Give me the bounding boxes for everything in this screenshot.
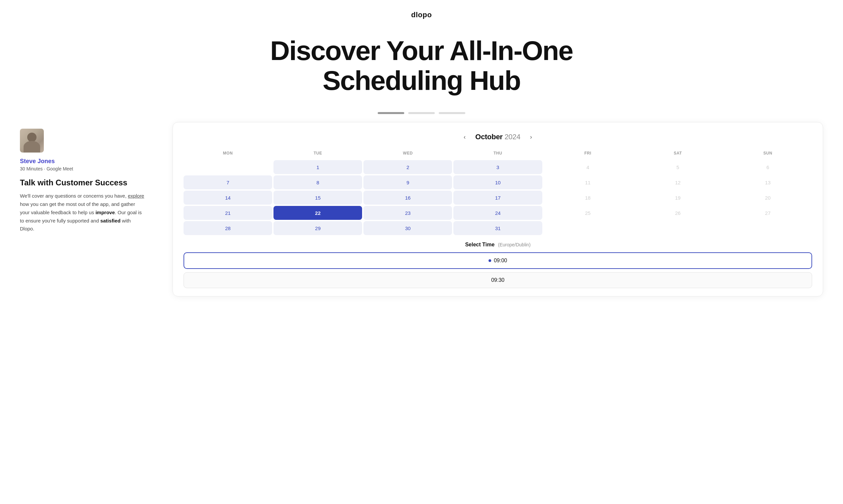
avatar xyxy=(20,129,44,152)
calendar-day[interactable]: 24 xyxy=(453,206,542,220)
calendar-day xyxy=(634,221,722,235)
calendar-day: 26 xyxy=(634,206,722,220)
day-header-thu: THU xyxy=(453,149,542,159)
calendar-day: 25 xyxy=(544,206,632,220)
calendar-day[interactable]: 28 xyxy=(184,221,272,235)
calendar-day[interactable]: 1 xyxy=(274,160,362,174)
time-slot-0900[interactable]: 09:00 xyxy=(184,252,812,269)
main-content: Steve Jones 30 Minutes · Google Meet Tal… xyxy=(0,122,843,296)
calendar-day: 19 xyxy=(634,191,722,204)
calendar-day: 20 xyxy=(724,191,812,204)
calendar-day[interactable]: 31 xyxy=(453,221,542,235)
calendar-day[interactable]: 2 xyxy=(363,160,452,174)
calendar-day[interactable]: 15 xyxy=(274,191,362,204)
calendar-grid: MON TUE WED THU FRI SAT SUN 123456789101… xyxy=(184,149,812,235)
timezone-label: (Europe/Dublin) xyxy=(498,242,531,247)
time-slot-0930[interactable]: 09:30 xyxy=(184,272,812,288)
calendar-day xyxy=(544,221,632,235)
calendar-day[interactable]: 16 xyxy=(363,191,452,204)
select-time-label: Select Time xyxy=(465,242,495,247)
day-header-tue: TUE xyxy=(274,149,362,159)
calendar-day: 13 xyxy=(724,175,812,189)
calendar-day: 11 xyxy=(544,175,632,189)
calendar-day[interactable]: 9 xyxy=(363,175,452,189)
calendar-day[interactable]: 7 xyxy=(184,175,272,189)
meeting-title: Talk with Customer Success xyxy=(20,178,146,187)
calendar-day: 5 xyxy=(634,160,722,174)
calendar-day[interactable]: 30 xyxy=(363,221,452,235)
progress-bar xyxy=(0,112,843,114)
select-time-section: Select Time (Europe/Dublin) 09:00 09:30 xyxy=(184,242,812,288)
day-header-sun: SUN xyxy=(724,149,812,159)
progress-segment-1 xyxy=(378,112,404,114)
calendar-day[interactable]: 3 xyxy=(453,160,542,174)
day-header-mon: MON xyxy=(184,149,272,159)
host-name-link[interactable]: Steve Jones xyxy=(20,158,146,165)
calendar-card: ‹ October 2024 › MON TUE WED THU FRI SAT… xyxy=(173,122,823,296)
day-header-wed: WED xyxy=(363,149,452,159)
calendar-month-title: October 2024 xyxy=(475,133,520,141)
calendar-day: 4 xyxy=(544,160,632,174)
calendar-day: 6 xyxy=(724,160,812,174)
calendar-day[interactable]: 29 xyxy=(274,221,362,235)
meeting-description: We'll cover any questions or concerns yo… xyxy=(20,192,146,233)
calendar-day[interactable]: 21 xyxy=(184,206,272,220)
calendar-day xyxy=(184,160,272,174)
time-slot-0900-label: 09:00 xyxy=(494,258,507,264)
next-month-button[interactable]: › xyxy=(526,132,536,142)
hero-title: Discover Your All-In-One Scheduling Hub xyxy=(224,36,619,95)
calendar-day: 18 xyxy=(544,191,632,204)
calendar-day: 12 xyxy=(634,175,722,189)
time-dot xyxy=(488,259,491,262)
calendar-day: 27 xyxy=(724,206,812,220)
calendar-day[interactable]: 8 xyxy=(274,175,362,189)
logo: dlopo xyxy=(224,11,619,19)
hero-section: Discover Your All-In-One Scheduling Hub xyxy=(0,26,843,112)
prev-month-button[interactable]: ‹ xyxy=(459,132,470,142)
right-panel: ‹ October 2024 › MON TUE WED THU FRI SAT… xyxy=(173,122,823,296)
avatar-container xyxy=(20,129,146,152)
calendar-day xyxy=(724,221,812,235)
calendar-day[interactable]: 14 xyxy=(184,191,272,204)
meeting-meta: 30 Minutes · Google Meet xyxy=(20,166,146,172)
calendar-header: ‹ October 2024 › xyxy=(184,132,812,142)
calendar-day[interactable]: 23 xyxy=(363,206,452,220)
header: dlopo xyxy=(0,0,843,26)
day-header-sat: SAT xyxy=(634,149,722,159)
calendar-day[interactable]: 22 xyxy=(274,206,362,220)
calendar-day[interactable]: 17 xyxy=(453,191,542,204)
progress-segment-3 xyxy=(439,112,465,114)
progress-segment-2 xyxy=(408,112,435,114)
day-header-fri: FRI xyxy=(544,149,632,159)
time-slot-0930-label: 09:30 xyxy=(491,277,504,283)
left-panel: Steve Jones 30 Minutes · Google Meet Tal… xyxy=(20,122,146,233)
explore-link[interactable]: explore xyxy=(128,193,144,199)
calendar-day[interactable]: 10 xyxy=(453,175,542,189)
